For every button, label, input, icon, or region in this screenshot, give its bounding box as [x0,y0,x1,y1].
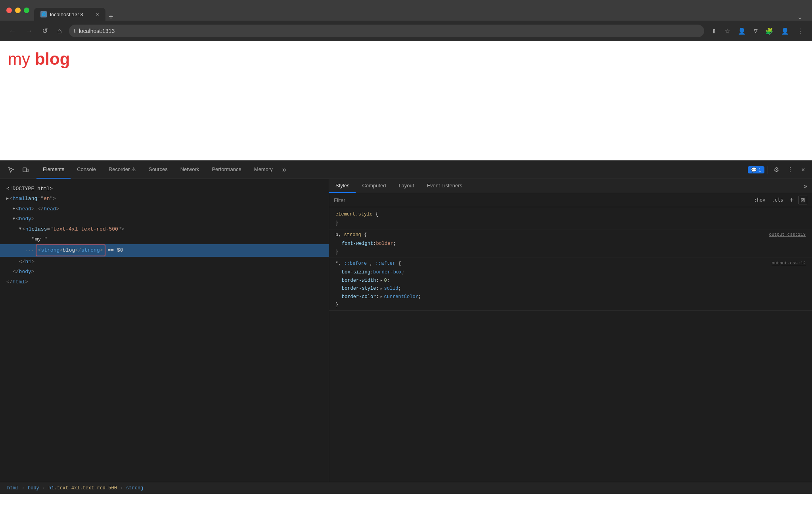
devtools-icons [5,165,32,175]
tab-title: localhost:1313 [50,12,83,17]
tab-recorder[interactable]: Recorder ⚠ [102,161,142,179]
selected-element-box: <strong>blog</strong> [36,244,105,256]
tab-elements[interactable]: Elements [36,161,71,179]
b-strong-selector: output.css:113 b, strong { [335,231,806,239]
address-bar[interactable]: ℹ localhost:1313 [69,25,704,37]
tab-computed[interactable]: Computed [356,179,392,193]
nav-bar: ← → ↺ ⌂ ℹ localhost:1313 ⬆ ☆ 👤 ▽ 🧩 👤 ⋮ [0,21,812,41]
traffic-light-yellow[interactable] [15,8,21,13]
styles-panel: Styles Computed Layout Event Listeners »… [329,179,812,482]
devtools: Elements Console Recorder ⚠ Sources Netw… [0,160,812,494]
toolbar-separator [768,166,768,174]
tab-styles[interactable]: Styles [329,179,356,193]
border-color-line: border-color : ▶ currentColor ; [335,293,806,301]
back-button[interactable]: ← [6,25,18,37]
tab-bar: 🌐 localhost:1313 × + ⌄ [34,0,806,21]
svg-rect-0 [23,168,27,172]
profile-icon[interactable]: 👤 [735,26,748,37]
devtools-toolbar: Elements Console Recorder ⚠ Sources Netw… [0,161,812,179]
head-triangle[interactable]: ▶ [13,205,15,212]
breadcrumb-html[interactable]: html [5,485,21,492]
b-strong-font-weight: font-weight : bolder ; [335,240,806,248]
border-width-triangle[interactable]: ▶ [381,278,383,283]
styles-filter-input[interactable] [334,197,749,203]
dom-h1-close[interactable]: </h1> [0,257,329,267]
html-triangle[interactable]: ▶ [6,195,9,202]
tab-performance[interactable]: Performance [205,161,247,179]
body-triangle[interactable]: ▼ [13,216,15,223]
border-style-line: border-style : ▶ solid ; [335,285,806,292]
device-toolbar-button[interactable] [19,165,32,175]
tab-network[interactable]: Network [174,161,206,179]
more-tabs-button[interactable]: » [279,161,289,179]
reload-button[interactable]: ↺ [40,25,50,37]
universal-source[interactable]: output.css:12 [772,260,806,267]
dom-dots: ... [25,246,34,255]
title-bar: 🌐 localhost:1313 × + ⌄ [0,0,812,21]
url-text: localhost:1313 [79,28,115,34]
breadcrumb-strong[interactable]: strong [124,485,146,492]
h1-triangle[interactable]: ▼ [19,225,21,233]
console-badge[interactable]: 💬 1 [748,166,764,173]
border-style-triangle[interactable]: ▶ [381,286,383,292]
dom-body-close[interactable]: </body> [0,267,329,277]
inspect-element-button[interactable] [5,165,17,175]
dom-head[interactable]: ▶ <head>…</head> [0,204,329,214]
universal-selector: output.css:12 *, ::before , ::after { [335,260,806,267]
tab-layout[interactable]: Layout [392,179,420,193]
styles-content: element.style { } output.css:113 b, stro… [329,207,812,482]
dom-html[interactable]: ▶ <html lang="en" > [0,194,329,204]
hov-filter-button[interactable]: :hov [753,196,767,204]
ublock-button[interactable]: ▽ [751,27,760,35]
browser-chrome: 🌐 localhost:1313 × + ⌄ ← → ↺ ⌂ ℹ localho… [0,0,812,41]
box-sizing-line: box-sizing : border-box ; [335,268,806,276]
traffic-lights [6,8,29,13]
dom-strong-selected[interactable]: ... <strong>blog</strong> == $0 [0,244,329,256]
styles-tabs: Styles Computed Layout Event Listeners » [329,179,812,193]
tab-console[interactable]: Console [71,161,102,179]
tab-sources[interactable]: Sources [142,161,174,179]
tab-memory[interactable]: Memory [248,161,279,179]
cls-filter-button[interactable]: .cls [770,196,785,204]
svg-rect-1 [27,169,28,172]
traffic-light-green[interactable] [24,8,29,13]
element-style-selector: element.style { [335,210,806,218]
console-badge-count: 1 [758,167,761,173]
breadcrumb-body[interactable]: body [25,485,42,492]
dom-html-close[interactable]: </html> [0,277,329,287]
border-color-triangle[interactable]: ▶ [381,294,383,300]
tab-event-listeners[interactable]: Event Listeners [420,179,469,193]
styles-filter: :hov .cls + ⊠ [329,193,812,207]
devtools-breadcrumb: html › body › h1.text-4xl.text-red-500 ›… [0,482,812,494]
styles-more-tabs[interactable]: » [799,179,812,193]
traffic-light-red[interactable] [6,8,12,13]
dom-text-my[interactable]: "my " [0,234,329,244]
dom-body[interactable]: ▼ <body> [0,214,329,224]
page-heading: my blog [8,49,804,69]
style-rule-element: element.style { } [329,209,812,229]
forward-button[interactable]: → [23,25,35,37]
page-title-my: my [8,50,35,68]
tab-list-button[interactable]: ⌄ [794,13,806,21]
border-width-line: border-width : ▶ 0 ; [335,277,806,285]
new-tab-button[interactable]: + [105,13,117,21]
b-strong-source[interactable]: output.css:113 [769,231,806,239]
share-button[interactable]: ⬆ [709,26,719,37]
devtools-close-button[interactable]: × [799,165,807,175]
style-rule-b-strong: output.css:113 b, strong { font-weight :… [329,229,812,258]
active-tab[interactable]: 🌐 localhost:1313 × [34,8,105,21]
devtools-more-button[interactable]: ⋮ [785,164,796,175]
favicon: 🌐 [40,11,47,17]
menu-button[interactable]: ⋮ [795,26,806,37]
breadcrumb-h1[interactable]: h1.text-4xl.text-red-500 [46,485,119,492]
toggle-sidebar-button[interactable]: ⊠ [799,196,807,204]
home-button[interactable]: ⌂ [55,25,64,37]
bookmark-button[interactable]: ☆ [722,26,732,37]
add-style-rule-button[interactable]: + [788,196,795,204]
dom-h1[interactable]: ▼ <h1 class="text-4xl text-red-500" > [0,224,329,234]
user-profile-button[interactable]: 👤 [779,26,791,37]
tab-close-button[interactable]: × [96,11,99,17]
extensions-button[interactable]: 🧩 [763,26,776,37]
dom-doctype: <!DOCTYPE html> [0,184,329,194]
devtools-settings-button[interactable]: ⚙ [771,164,781,175]
